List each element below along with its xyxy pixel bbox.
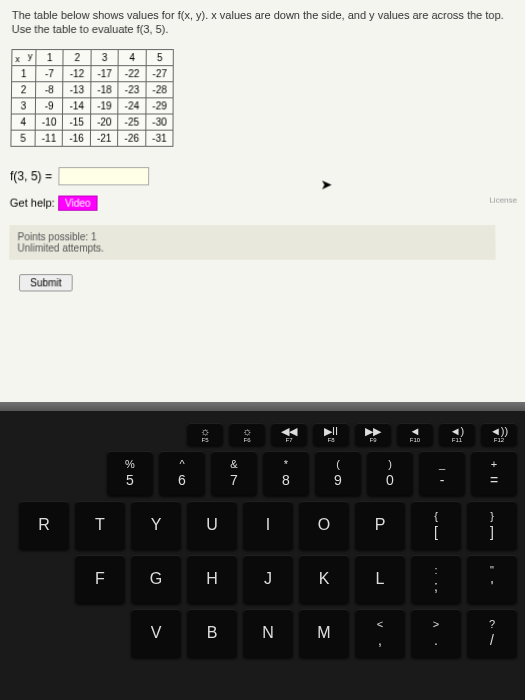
key-Y: Y [131, 501, 181, 549]
fkey-F12: ◄))F12 [481, 423, 517, 445]
function-table: y x 1 2 3 4 5 1 -7 -12 -17 -22 -27 2 -8 … [10, 49, 174, 147]
key-quote: "' [467, 555, 517, 603]
key-R: R [19, 501, 69, 549]
key-bracket-left: {[ [411, 501, 461, 549]
video-button[interactable]: Video [58, 195, 98, 210]
numkey-9: (9 [315, 451, 361, 495]
help-row: Get help: Video License [10, 195, 516, 210]
key-slash: ?/ [467, 609, 517, 657]
fkey-F6: ☼F6 [229, 423, 265, 445]
points-possible: Points possible: 1 [17, 231, 487, 242]
key-V: V [131, 609, 181, 657]
key-semicolon: :; [411, 555, 461, 603]
table-row: 1 -7 -12 -17 -22 -27 [12, 65, 174, 81]
table-row: 4 -10 -15 -20 -25 -30 [11, 114, 173, 130]
key-period: >. [411, 609, 461, 657]
points-box: Points possible: 1 Unlimited attempts. [9, 225, 495, 260]
fkey-F5: ☼F5 [187, 423, 223, 445]
numkey-0: )0 [367, 451, 413, 495]
y-header: 2 [63, 49, 91, 65]
fkey-F7: ◀◀F7 [271, 423, 307, 445]
key-comma: <, [355, 609, 405, 657]
key-J: J [243, 555, 293, 603]
fkey-F11: ◄)F11 [439, 423, 475, 445]
letter-row-1: RTYUIOP{[}] [0, 501, 517, 549]
fkey-F9: ▶▶F9 [355, 423, 391, 445]
submit-button[interactable]: Submit [19, 274, 73, 291]
numkey-=: += [471, 451, 517, 495]
numkey-8: *8 [263, 451, 309, 495]
key-bracket-right: }] [467, 501, 517, 549]
key-M: M [299, 609, 349, 657]
table-row: 3 -9 -14 -19 -24 -29 [11, 97, 173, 113]
key-K: K [299, 555, 349, 603]
keyboard: ☼F5☼F6◀◀F7▶IIF8▶▶F9◄F10◄)F11◄))F12 %5^6&… [0, 411, 525, 700]
key-U: U [187, 501, 237, 549]
y-header: 3 [91, 49, 119, 65]
problem-statement: The table below shows values for f(x, y)… [12, 8, 514, 37]
numkey--: _- [419, 451, 465, 495]
key-G: G [131, 555, 181, 603]
key-O: O [299, 501, 349, 549]
numkey-5: %5 [107, 451, 153, 495]
answer-input[interactable] [58, 167, 149, 185]
letter-row-2: FGHJKL:;"' [0, 555, 517, 603]
y-header: 4 [118, 49, 146, 65]
attempts: Unlimited attempts. [17, 242, 487, 253]
key-L: L [355, 555, 405, 603]
key-T: T [75, 501, 125, 549]
key-H: H [187, 555, 237, 603]
license-text: License [489, 195, 517, 204]
function-row: ☼F5☼F6◀◀F7▶IIF8▶▶F9◄F10◄)F11◄))F12 [0, 423, 517, 445]
y-header: 5 [146, 49, 174, 65]
help-label: Get help: [10, 196, 55, 208]
webpage-content: The table below shows values for f(x, y)… [0, 0, 525, 402]
table-corner: y x [12, 49, 36, 65]
table-row: 5 -11 -16 -21 -26 -31 [11, 130, 173, 146]
key-I: I [243, 501, 293, 549]
fkey-F10: ◄F10 [397, 423, 433, 445]
table-row: 2 -8 -13 -18 -23 -28 [11, 81, 173, 97]
numkey-7: &7 [211, 451, 257, 495]
equation-row: f(3, 5) = [10, 167, 515, 185]
number-row: %5^6&7*8(9)0_-+= [0, 451, 517, 495]
key-B: B [187, 609, 237, 657]
equation-lhs: f(3, 5) = [10, 169, 52, 183]
key-N: N [243, 609, 293, 657]
key-P: P [355, 501, 405, 549]
fkey-F8: ▶IIF8 [313, 423, 349, 445]
numkey-6: ^6 [159, 451, 205, 495]
key-F: F [75, 555, 125, 603]
letter-row-3: VBNM<,>.?/ [0, 609, 517, 657]
y-header: 1 [36, 49, 64, 65]
